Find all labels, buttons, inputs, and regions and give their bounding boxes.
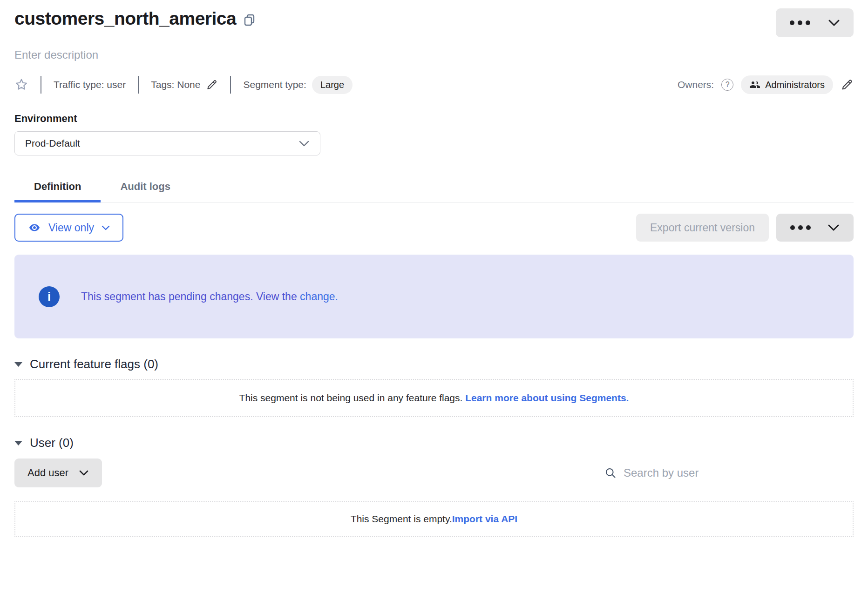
copy-icon[interactable] <box>244 13 256 27</box>
chevron-down-icon <box>79 470 89 476</box>
view-change-link[interactable]: change. <box>300 290 338 303</box>
owners-label: Owners: <box>678 79 714 90</box>
meta-row: Traffic type: user Tags: None Segment ty… <box>14 75 854 94</box>
chevron-down-icon <box>827 224 840 231</box>
feature-flags-empty-state: This segment is not being used in any fe… <box>14 379 854 417</box>
owners-area: Owners: ? Administrators <box>678 75 854 94</box>
segment-detail-page: customers_north_america Enter descriptio… <box>0 0 868 537</box>
feature-flags-section-header[interactable]: Current feature flags (0) <box>14 357 854 371</box>
view-only-button[interactable]: View only <box>14 214 123 242</box>
add-user-label: Add user <box>27 467 68 479</box>
header-more-menu-button[interactable] <box>776 8 854 37</box>
tab-bar: Definition Audit logs <box>14 175 854 202</box>
user-toolbar: Add user <box>14 459 854 487</box>
traffic-type: Traffic type: user <box>54 79 126 90</box>
eye-icon <box>27 222 41 233</box>
actions-row: View only Export current version <box>14 214 854 242</box>
user-section-header[interactable]: User (0) <box>14 436 854 450</box>
tags: Tags: None <box>151 79 218 91</box>
segment-type-badge: Large <box>312 76 353 94</box>
group-icon <box>749 79 760 90</box>
export-current-version-button[interactable]: Export current version <box>636 214 769 242</box>
actions-right: Export current version <box>636 214 854 242</box>
info-icon: i <box>39 286 60 307</box>
banner-message: This segment has pending changes. View t… <box>81 290 338 303</box>
definition-more-menu-button[interactable] <box>776 214 854 242</box>
divider <box>41 76 41 94</box>
learn-more-segments-link[interactable]: Learn more about using Segments. <box>465 392 629 403</box>
divider <box>230 76 231 94</box>
chevron-down-icon <box>298 140 310 147</box>
search-by-user-input[interactable] <box>623 466 854 480</box>
environment-label: Environment <box>14 113 854 125</box>
tab-audit-logs[interactable]: Audit logs <box>101 175 190 202</box>
user-section-title: User (0) <box>30 436 74 450</box>
view-only-label: View only <box>48 222 94 234</box>
search-icon <box>604 467 617 479</box>
pending-changes-banner: i This segment has pending changes. View… <box>14 255 854 338</box>
feature-flags-section-title: Current feature flags (0) <box>30 357 158 371</box>
description-placeholder[interactable]: Enter description <box>14 48 854 61</box>
user-empty-state: This Segment is empty.Import via API <box>14 501 854 537</box>
divider <box>138 76 139 94</box>
owners-value: Administrators <box>765 80 825 90</box>
segment-type-label: Segment type: <box>243 79 306 90</box>
add-user-button[interactable]: Add user <box>14 459 102 487</box>
ellipsis-icon <box>790 20 810 25</box>
edit-tags-pencil-icon[interactable] <box>206 79 218 91</box>
owners-chip[interactable]: Administrators <box>741 75 833 94</box>
segment-type: Segment type: Large <box>243 76 353 94</box>
star-icon[interactable] <box>14 78 28 92</box>
edit-owners-pencil-icon[interactable] <box>841 78 854 91</box>
caret-down-icon <box>14 362 22 367</box>
banner-text: This segment has pending changes. View t… <box>81 290 300 303</box>
header: customers_north_america <box>14 0 854 37</box>
caret-down-icon <box>14 440 22 446</box>
import-via-api-link[interactable]: Import via API <box>452 513 517 524</box>
help-icon[interactable]: ? <box>721 79 733 91</box>
title-wrap: customers_north_america <box>14 8 256 29</box>
tab-definition[interactable]: Definition <box>14 175 101 202</box>
segment-empty-text: This Segment is empty. <box>351 513 452 524</box>
ellipsis-icon <box>790 225 811 230</box>
tags-label: Tags: None <box>151 79 200 90</box>
page-title: customers_north_america <box>14 8 236 29</box>
chevron-down-icon <box>828 19 840 27</box>
chevron-down-icon <box>101 225 110 231</box>
environment-select[interactable]: Prod-Default <box>14 131 320 155</box>
user-search <box>604 466 854 480</box>
environment-selected-value: Prod-Default <box>25 138 80 149</box>
feature-flags-empty-text: This segment is not being used in any fe… <box>239 392 466 403</box>
meta-left: Traffic type: user Tags: None Segment ty… <box>14 76 353 94</box>
